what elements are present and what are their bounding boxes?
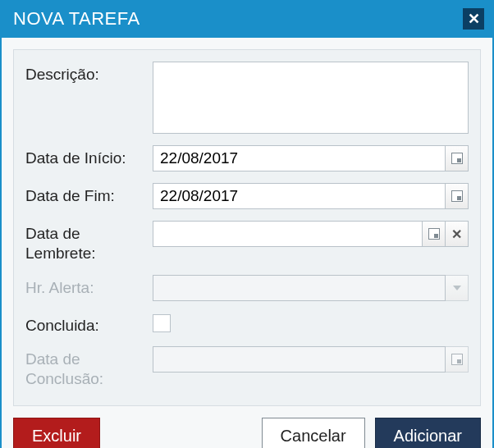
calendar-icon [428, 228, 440, 240]
data-conclusao-input [153, 346, 446, 373]
cancelar-button[interactable]: Cancelar [262, 418, 365, 448]
label-data-lembrete: Data de Lembrete: [25, 221, 153, 263]
row-data-inicio: Data de Início: [25, 145, 469, 171]
clear-icon: ✕ [451, 226, 462, 242]
data-lembrete-picker-button[interactable] [423, 221, 446, 247]
row-hr-alerta: Hr. Alerta: [25, 275, 469, 301]
dialog-title: NOVA TAREFA [13, 8, 140, 30]
row-data-lembrete: Data de Lembrete: ✕ [25, 221, 469, 263]
descricao-input[interactable] [153, 62, 469, 134]
label-data-inicio: Data de Início: [25, 145, 153, 168]
hr-alerta-select [153, 275, 446, 301]
hr-alerta-dropdown-button [446, 275, 469, 301]
label-data-fim: Data de Fim: [25, 183, 153, 206]
data-fim-input[interactable] [153, 183, 446, 209]
titlebar: NOVA TAREFA ✕ [2, 2, 492, 38]
data-inicio-input[interactable] [153, 145, 446, 171]
label-hr-alerta: Hr. Alerta: [25, 275, 153, 298]
excluir-button[interactable]: Excluir [13, 418, 100, 448]
data-inicio-picker-button[interactable] [446, 145, 469, 171]
adicionar-button[interactable]: Adicionar [375, 418, 481, 448]
label-concluida: Concluida: [25, 313, 153, 336]
label-data-conclusao: Data de Conclusão: [25, 346, 153, 389]
data-lembrete-input[interactable] [153, 221, 423, 247]
close-icon: ✕ [468, 10, 480, 28]
data-fim-picker-button[interactable] [446, 183, 469, 209]
calendar-icon [451, 153, 463, 164]
data-lembrete-clear-button[interactable]: ✕ [446, 221, 469, 247]
label-descricao: Descrição: [25, 62, 153, 85]
row-data-conclusao: Data de Conclusão: [25, 346, 469, 389]
close-button[interactable]: ✕ [463, 8, 484, 30]
button-bar: Excluir Cancelar Adicionar [13, 406, 481, 448]
row-descricao: Descrição: [25, 62, 469, 134]
concluida-checkbox[interactable] [153, 314, 171, 332]
form-area: Descrição: Data de Início: Data de Fim: [13, 49, 481, 406]
row-data-fim: Data de Fim: [25, 183, 469, 209]
data-conclusao-picker-button [446, 346, 469, 373]
calendar-icon [451, 190, 463, 202]
dialog-content: Descrição: Data de Início: Data de Fim: [2, 38, 492, 448]
new-task-dialog: NOVA TAREFA ✕ Descrição: Data de Início: [0, 0, 494, 448]
right-buttons: Cancelar Adicionar [262, 418, 481, 448]
row-concluida: Concluida: [25, 313, 469, 336]
calendar-icon [451, 354, 463, 365]
chevron-down-icon [453, 286, 461, 290]
